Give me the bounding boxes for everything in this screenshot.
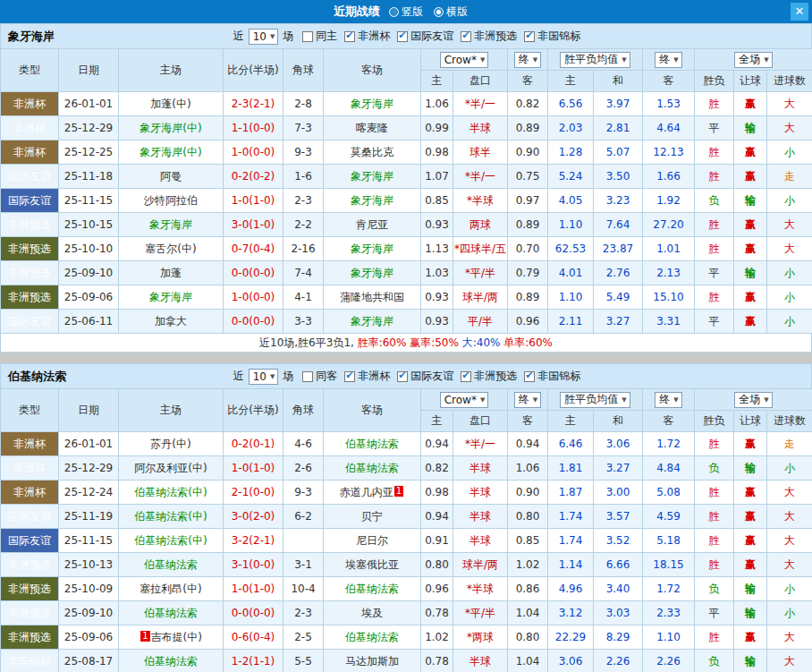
same-venue-checkbox-label: 同主 [316,29,337,44]
league-checkbox-1-label: 国际友谊 [410,29,453,44]
crow-odds-select[interactable]: Crow*▼ [440,392,489,408]
league-checkbox-1[interactable]: 国际友谊 [397,29,453,44]
handicap-result: 赢 [734,213,767,237]
home-team: 加拿大 [119,310,224,334]
corners: 3-3 [283,310,324,334]
europe-away-avg: 1.53 [643,92,695,116]
dropdown-arrow-icon: ▼ [622,56,626,64]
asian-home-odds: 0.91 [421,529,453,553]
final-odds-select-1-value: 终 [519,52,529,67]
wdl-result: 胜 [695,92,734,116]
checkbox-icon [524,31,535,42]
corners: 3-1 [283,553,324,577]
europe-away-avg: 15.10 [643,285,695,310]
league-checkbox-0[interactable]: 非洲杯 [344,29,390,44]
europe-home-avg: 2.03 [548,116,594,140]
home-team-name: 加拿大 [155,315,187,327]
match-date: 25-11-15 [59,189,119,213]
match-row: 非洲杯25-12-29阿尔及利亚(中)1-0(1-0)2-6伯基纳法索0.82半… [1,456,812,481]
wdl-average-select[interactable]: 胜平负均值▼ [560,52,630,68]
league-checkbox-1[interactable]: 国际友谊 [397,369,453,384]
handicap-result: 赢 [734,285,767,310]
handicap-line: 球半 [453,140,508,165]
match-row: 非洲杯25-12-29象牙海岸(中)1-1(0-0)7-3喀麦隆0.99半球0.… [1,116,812,140]
same-venue-checkbox[interactable]: 同客 [302,369,337,384]
checkbox-icon [397,371,408,382]
asian-away-odds: 0.82 [508,92,548,116]
match-date: 25-12-25 [59,140,119,165]
checkbox-icon [302,371,313,382]
col-subheader: 让球 [734,411,767,432]
vertical-layout-radio[interactable]: 竖版 [389,4,423,20]
match-type: 非洲杯 [1,481,59,505]
final-odds-select-2[interactable]: 终▼ [655,392,681,408]
crow-odds-select[interactable]: Crow*▼ [440,52,489,68]
match-count-select[interactable]: 10▼ [249,29,279,45]
close-button[interactable]: ✕ [791,3,808,21]
horizontal-layout-radio[interactable]: 横版 [434,4,468,20]
league-checkbox-2[interactable]: 非洲预选 [461,29,517,44]
header-select-cell: 全场▼ [695,49,812,71]
full-match-scope-select[interactable]: 全场▼ [734,392,772,408]
wdl-result: 胜 [695,165,734,189]
match-type: 非国锦标 [1,650,59,672]
home-team-name: 伯基纳法索(中) [134,486,207,498]
league-checkbox-3[interactable]: 非国锦标 [524,29,580,44]
away-team: 象牙海岸 [324,165,421,189]
league-checkbox-1-label: 国际友谊 [410,369,453,384]
home-team: 伯基纳法索(中) [119,529,224,553]
match-count-select[interactable]: 10▼ [249,369,279,385]
match-row: 国际友谊25-11-15伯基纳法索(中)3-2(2-1)尼日尔0.91半球0.8… [1,529,812,553]
handicap-line: 半球 [453,481,508,505]
europe-draw-avg: 3.27 [594,310,643,334]
home-team: 苏丹(中) [119,432,224,456]
score: 3-2(2-1) [224,529,283,553]
goals-result: 小 [767,140,812,165]
handicap-line: *半/一 [453,92,508,116]
handicap-result: 赢 [734,237,767,261]
europe-draw-avg: 2.26 [594,650,643,672]
league-checkbox-0[interactable]: 非洲杯 [344,369,390,384]
handicap-result: 赢 [734,310,767,334]
same-venue-checkbox[interactable]: 同主 [302,29,337,44]
wdl-result: 胜 [695,140,734,165]
col-header: 角球 [283,49,324,92]
checkbox-icon [524,371,535,382]
away-team-name: 伯基纳法索 [345,438,399,450]
final-odds-select-1[interactable]: 终▼ [514,392,541,408]
dropdown-arrow-icon: ▼ [673,56,678,64]
final-odds-select-2[interactable]: 终▼ [655,52,681,68]
handicap-result: 赢 [734,481,767,505]
wdl-average-select[interactable]: 胜平负均值▼ [560,392,630,408]
home-team: 塞舌尔(中) [119,237,224,261]
col-subheader: 进球数 [767,71,812,92]
europe-draw-avg: 3.57 [594,505,643,529]
away-team-name: 象牙海岸 [351,242,393,255]
checkbox-icon [461,371,471,382]
europe-draw-avg: 3.27 [594,456,643,481]
corners: 10-4 [283,577,324,601]
full-match-scope-select[interactable]: 全场▼ [734,52,772,68]
league-checkbox-3[interactable]: 非国锦标 [524,369,580,384]
europe-draw-avg: 23.87 [594,237,643,261]
match-type: 非洲预选 [1,577,59,601]
match-date: 26-01-01 [59,92,119,116]
header-select-cell: 终▼ [643,389,695,411]
away-team: 尼日尔 [324,529,421,553]
near-label: 近 [233,369,244,384]
league-checkbox-2[interactable]: 非洲预选 [461,369,517,384]
handicap-result: 输 [734,456,767,481]
final-odds-select-1[interactable]: 终▼ [514,52,541,68]
handicap-result: 输 [734,261,767,285]
match-row: 国际友谊25-11-18阿曼0-2(0-2)1-6象牙海岸1.07*半/一0.7… [1,165,812,189]
asian-home-odds: 0.94 [421,432,453,456]
handicap-result: 输 [734,189,767,213]
score: 0-6(0-4) [224,625,283,650]
match-type: 非洲杯 [1,116,59,140]
match-date: 25-12-29 [59,456,119,481]
home-team-name: 塞拉利昂(中) [140,583,201,595]
corners: 2-16 [283,237,324,261]
match-date: 25-12-29 [59,116,119,140]
away-team: 伯基纳法索 [324,625,421,650]
score: 2-1(0-0) [224,481,283,505]
